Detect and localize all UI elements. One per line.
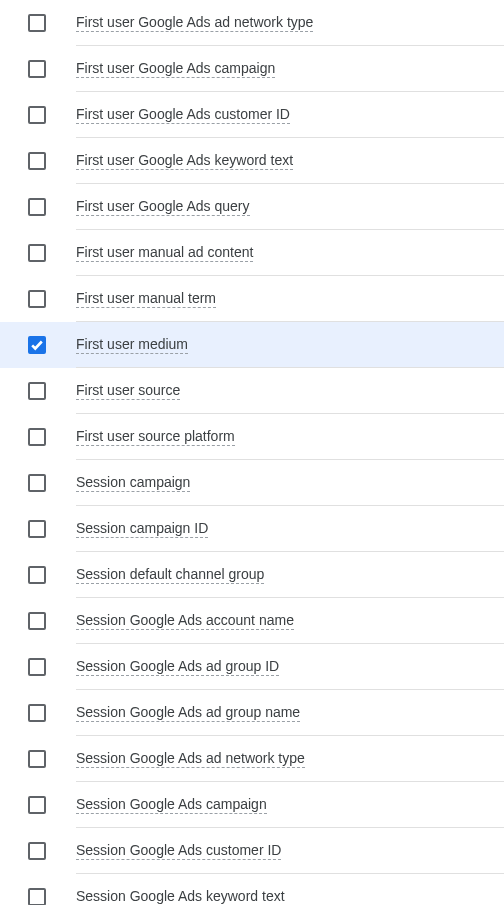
dimension-label: Session Google Ads ad group ID	[76, 658, 279, 676]
dimension-label: Session Google Ads keyword text	[76, 888, 285, 906]
dimension-label-wrap: First user Google Ads query	[76, 184, 504, 230]
dimension-checkbox[interactable]	[28, 14, 46, 32]
dimension-label: First user manual term	[76, 290, 216, 308]
dimension-label: First user Google Ads keyword text	[76, 152, 293, 170]
dimension-label-wrap: Session campaign	[76, 460, 504, 506]
dimension-checkbox[interactable]	[28, 750, 46, 768]
dimension-label: Session Google Ads ad group name	[76, 704, 300, 722]
dimension-row[interactable]: First user medium	[0, 322, 504, 368]
dimension-label: First user Google Ads campaign	[76, 60, 275, 78]
dimension-row[interactable]: Session Google Ads account name	[0, 598, 504, 644]
dimension-label-wrap: Session default channel group	[76, 552, 504, 598]
dimension-label-wrap: First user Google Ads customer ID	[76, 92, 504, 138]
dimension-label: First user source	[76, 382, 180, 400]
dimension-row[interactable]: Session Google Ads ad group ID	[0, 644, 504, 690]
dimension-row[interactable]: First user source platform	[0, 414, 504, 460]
dimension-checkbox[interactable]	[28, 60, 46, 78]
dimension-row[interactable]: First user manual ad content	[0, 230, 504, 276]
dimension-label-wrap: Session campaign ID	[76, 506, 504, 552]
dimension-checkbox[interactable]	[28, 612, 46, 630]
dimension-checkbox[interactable]	[28, 428, 46, 446]
dimension-row[interactable]: Session default channel group	[0, 552, 504, 598]
dimension-label-wrap: First user Google Ads keyword text	[76, 138, 504, 184]
dimension-label: Session Google Ads customer ID	[76, 842, 281, 860]
dimension-row[interactable]: Session campaign	[0, 460, 504, 506]
dimension-label: First user Google Ads customer ID	[76, 106, 290, 124]
dimension-label-wrap: First user Google Ads campaign	[76, 46, 504, 92]
dimension-label-wrap: First user manual term	[76, 276, 504, 322]
dimension-label-wrap: Session Google Ads ad group ID	[76, 644, 504, 690]
dimension-checkbox[interactable]	[28, 658, 46, 676]
dimension-label: First user manual ad content	[76, 244, 253, 262]
dimension-checkbox[interactable]	[28, 290, 46, 308]
dimension-checkbox[interactable]	[28, 520, 46, 538]
dimension-checkbox[interactable]	[28, 474, 46, 492]
dimension-row[interactable]: Session Google Ads customer ID	[0, 828, 504, 874]
dimension-checkbox[interactable]	[28, 336, 46, 354]
dimension-checkbox[interactable]	[28, 842, 46, 860]
dimension-checkbox[interactable]	[28, 566, 46, 584]
dimension-label-wrap: Session Google Ads customer ID	[76, 828, 504, 874]
dimension-label: First user medium	[76, 336, 188, 354]
dimension-label-wrap: First user medium	[76, 322, 504, 368]
dimension-label: Session campaign ID	[76, 520, 208, 538]
dimension-row[interactable]: Session Google Ads ad group name	[0, 690, 504, 736]
dimension-list: First user Google Ads ad network typeFir…	[0, 0, 504, 905]
dimension-row[interactable]: First user Google Ads campaign	[0, 46, 504, 92]
dimension-label-wrap: First user manual ad content	[76, 230, 504, 276]
dimension-label: Session Google Ads account name	[76, 612, 294, 630]
dimension-checkbox[interactable]	[28, 152, 46, 170]
dimension-label-wrap: Session Google Ads keyword text	[76, 874, 504, 905]
dimension-label-wrap: First user source	[76, 368, 504, 414]
dimension-label-wrap: Session Google Ads account name	[76, 598, 504, 644]
dimension-checkbox[interactable]	[28, 244, 46, 262]
dimension-row[interactable]: Session Google Ads keyword text	[0, 874, 504, 905]
dimension-label-wrap: Session Google Ads ad network type	[76, 736, 504, 782]
dimension-checkbox[interactable]	[28, 796, 46, 814]
dimension-label: Session campaign	[76, 474, 190, 492]
dimension-row[interactable]: Session Google Ads ad network type	[0, 736, 504, 782]
dimension-checkbox[interactable]	[28, 382, 46, 400]
dimension-label-wrap: Session Google Ads campaign	[76, 782, 504, 828]
dimension-checkbox[interactable]	[28, 888, 46, 905]
dimension-row[interactable]: First user source	[0, 368, 504, 414]
dimension-label: First user Google Ads ad network type	[76, 14, 313, 32]
dimension-row[interactable]: Session campaign ID	[0, 506, 504, 552]
dimension-label: First user source platform	[76, 428, 235, 446]
dimension-label-wrap: Session Google Ads ad group name	[76, 690, 504, 736]
dimension-label: First user Google Ads query	[76, 198, 250, 216]
dimension-row[interactable]: First user manual term	[0, 276, 504, 322]
dimension-checkbox[interactable]	[28, 106, 46, 124]
dimension-row[interactable]: First user Google Ads customer ID	[0, 92, 504, 138]
dimension-row[interactable]: First user Google Ads keyword text	[0, 138, 504, 184]
dimension-row[interactable]: Session Google Ads campaign	[0, 782, 504, 828]
dimension-checkbox[interactable]	[28, 704, 46, 722]
dimension-label: Session Google Ads campaign	[76, 796, 267, 814]
dimension-checkbox[interactable]	[28, 198, 46, 216]
dimension-label: Session default channel group	[76, 566, 264, 584]
dimension-row[interactable]: First user Google Ads ad network type	[0, 0, 504, 46]
dimension-row[interactable]: First user Google Ads query	[0, 184, 504, 230]
dimension-label-wrap: First user Google Ads ad network type	[76, 0, 504, 46]
dimension-label-wrap: First user source platform	[76, 414, 504, 460]
dimension-label: Session Google Ads ad network type	[76, 750, 305, 768]
